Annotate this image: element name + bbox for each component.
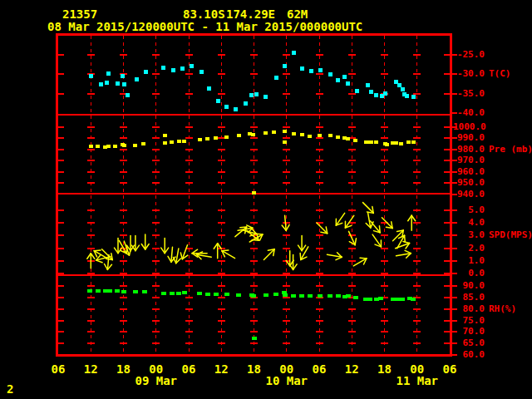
temperature-point	[346, 81, 350, 86]
y-axis-tick-label: 90.0	[453, 281, 485, 291]
grid-cross-tick	[120, 149, 127, 150]
left-edge-tick	[57, 149, 64, 150]
x-axis-hour-label: 00	[149, 363, 164, 375]
y-axis-tick-label: 4.0	[453, 218, 485, 228]
y-axis-tick-label: 75.0	[453, 316, 485, 326]
temperature-point	[342, 75, 347, 79]
grid-cross-tick	[283, 93, 290, 95]
relative_humidity-point	[96, 289, 101, 293]
pressure-point	[300, 133, 304, 136]
relative_humidity-point	[264, 293, 268, 297]
pressure-point	[411, 140, 416, 144]
left-edge-tick	[57, 182, 64, 184]
time-gridline	[91, 36, 91, 354]
relative_humidity-point	[353, 296, 358, 299]
y-axis-tick-label: 960.0	[453, 167, 485, 177]
relative_humidity-point	[197, 292, 202, 295]
x-axis-hour-label: 18	[377, 363, 392, 375]
right-edge-tick	[444, 273, 451, 274]
grid-cross-tick	[413, 234, 421, 236]
grid-cross-tick	[152, 273, 160, 274]
grid-cross-tick	[381, 171, 388, 173]
grid-cross-tick	[381, 248, 388, 249]
y-axis-tick-label: 980.0	[453, 145, 485, 155]
right-edge-tick	[444, 149, 451, 150]
y-axis-tick-label: 70.0	[453, 327, 485, 337]
pressure-point	[283, 130, 287, 133]
grid-cross-tick	[316, 331, 323, 332]
pressure-point	[163, 141, 167, 145]
relative_humidity-point	[214, 293, 219, 296]
grid-cross-tick	[152, 342, 160, 344]
grid-cross-tick	[250, 126, 258, 128]
grid-cross-tick	[87, 342, 95, 344]
grid-cross-tick	[218, 285, 225, 287]
grid-cross-tick	[316, 126, 323, 128]
pressure-point	[346, 137, 350, 140]
grid-cross-tick	[120, 273, 127, 274]
grid-cross-tick	[185, 149, 193, 150]
grid-cross-tick	[152, 234, 160, 236]
grid-cross-tick	[87, 182, 95, 184]
grid-cross-tick	[381, 342, 388, 344]
relative_humidity-point	[87, 289, 92, 293]
pressure-point	[198, 138, 202, 141]
grid-cross-tick	[87, 137, 95, 139]
grid-cross-tick	[316, 222, 323, 224]
grid-cross-tick	[87, 209, 95, 211]
relative_humidity-point	[251, 294, 256, 298]
temperature-point	[89, 74, 93, 78]
x-axis-hour-label: 06	[312, 363, 327, 375]
right-edge-tick	[444, 248, 451, 249]
time-gridline	[221, 36, 222, 354]
pressure-point	[264, 131, 268, 135]
pressure-point	[385, 143, 389, 146]
pressure-point	[177, 140, 181, 143]
y-axis-tick-label: 85.0	[453, 293, 485, 303]
grid-cross-tick	[152, 285, 160, 287]
panel-divider	[57, 274, 451, 276]
left-edge-tick	[57, 342, 64, 344]
temperature-point	[405, 94, 409, 98]
pressure-point	[318, 134, 322, 137]
relative_humidity-point	[224, 293, 229, 296]
x-axis-hour-label: 12	[344, 363, 359, 375]
y-axis-tick-label: 940.0	[453, 190, 485, 200]
relative_humidity-point	[328, 294, 332, 298]
grid-cross-tick	[87, 54, 95, 56]
pressure-point	[252, 191, 256, 195]
grid-cross-tick	[316, 73, 323, 75]
grid-cross-tick	[120, 171, 127, 173]
right-edge-tick	[444, 234, 451, 236]
left-edge-tick	[57, 160, 64, 161]
grid-cross-tick	[218, 222, 225, 224]
temperature-point	[144, 70, 148, 74]
grid-cross-tick	[120, 182, 127, 184]
grid-cross-tick	[316, 209, 323, 211]
pressure-point	[163, 134, 167, 137]
temperature-point	[328, 72, 332, 76]
grid-cross-tick	[185, 160, 193, 161]
grid-cross-tick	[87, 149, 95, 150]
pressure-point	[251, 133, 255, 136]
station-longitude: 174.29E	[226, 8, 275, 20]
y-axis-tick-label: -40.0	[453, 108, 485, 118]
y-axis-tick-label: 1000.0	[453, 122, 485, 132]
grid-cross-tick	[250, 73, 258, 75]
temperature-point	[135, 77, 139, 81]
grid-cross-tick	[316, 285, 323, 287]
grid-cross-tick	[250, 308, 258, 310]
y-axis-unit-label: T(C)	[489, 69, 532, 79]
grid-cross-tick	[316, 182, 323, 184]
grid-cross-tick	[413, 209, 421, 211]
grid-cross-tick	[316, 308, 323, 310]
grid-cross-tick	[218, 73, 225, 75]
temperature-point	[254, 92, 259, 96]
relative_humidity-point	[121, 290, 126, 293]
pressure-point	[224, 135, 229, 139]
temperature-point	[336, 78, 340, 82]
grid-cross-tick	[152, 73, 160, 75]
relative_humidity-point	[107, 289, 112, 293]
y-axis-tick-label: 3.0	[453, 230, 485, 240]
grid-cross-tick	[185, 331, 193, 332]
